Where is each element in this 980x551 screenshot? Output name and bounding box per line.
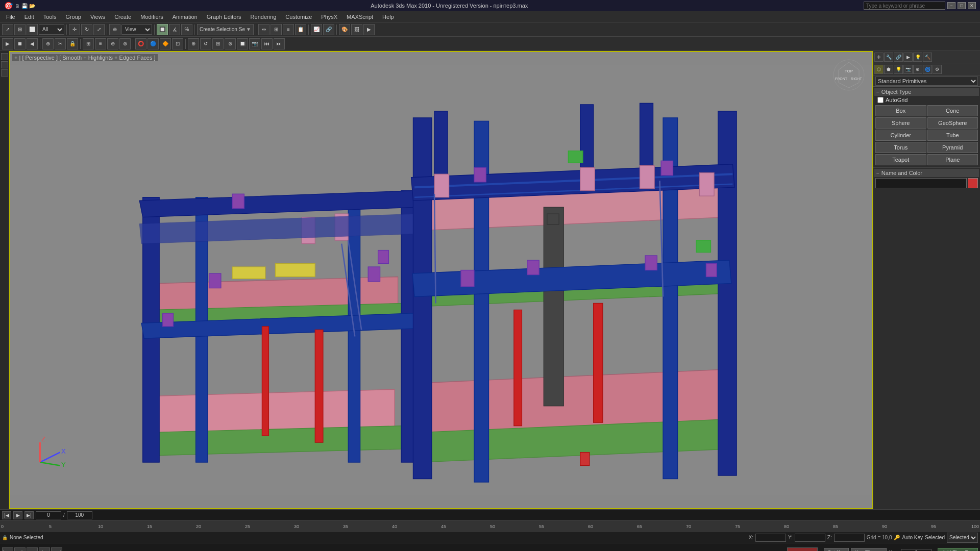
move-tool[interactable]: ✛ (69, 24, 80, 35)
viewport[interactable]: + | [ Perspective ] [ Smooth + Highlight… (9, 51, 873, 509)
align-tool[interactable]: ≡ (283, 24, 294, 35)
snaps-toggle[interactable]: 🔲 (157, 24, 168, 35)
cone-button[interactable]: Cone (927, 105, 978, 116)
color-swatch[interactable] (968, 178, 978, 188)
reference-coord[interactable]: View (121, 24, 152, 35)
pyramid-button[interactable]: Pyramid (927, 142, 978, 153)
x-coord[interactable] (755, 534, 786, 542)
key-time-input[interactable] (901, 549, 932, 552)
left-btn-1[interactable] (1, 53, 8, 60)
create-icon[interactable]: ✛ (874, 53, 884, 62)
tb2-btn4[interactable]: ⊕ (42, 38, 54, 49)
cylinder-button[interactable]: Cylinder (875, 130, 926, 141)
add-time-tag-button[interactable]: Add Time Tag (938, 548, 978, 552)
torus-button[interactable]: Torus (875, 142, 926, 153)
tb2-btn5[interactable]: ✂ (55, 38, 66, 49)
sphere-button[interactable]: Sphere (875, 117, 926, 129)
filter-dropdown[interactable]: All (39, 24, 64, 35)
menu-create[interactable]: Create (110, 13, 135, 21)
angle-snap[interactable]: ∡ (169, 24, 180, 35)
tb2-btn21[interactable]: ⏮ (261, 38, 273, 49)
tb2-btn8[interactable]: ≡ (95, 38, 106, 49)
y-coord[interactable] (795, 534, 825, 542)
go-start-btn[interactable]: |◀◀ (2, 547, 13, 552)
tb2-btn12[interactable]: 🔵 (148, 38, 159, 49)
menu-group[interactable]: Group (61, 13, 85, 21)
key-filters-button[interactable]: Key Filters... (851, 548, 887, 552)
close-button[interactable]: ✕ (968, 2, 976, 9)
render-button[interactable]: ▶ (363, 24, 375, 35)
menu-modifiers[interactable]: Modifiers (136, 13, 167, 21)
prev-key-btn[interactable]: ◀| (14, 547, 26, 552)
menu-maxscript[interactable]: MAXScript (342, 13, 377, 21)
modify-icon[interactable]: 🔧 (884, 53, 893, 62)
teapot-button[interactable]: Teapot (875, 154, 926, 165)
tb2-btn11[interactable]: ⭕ (135, 38, 146, 49)
play-btn[interactable]: ▶ (13, 511, 22, 519)
maximize-button[interactable]: □ (958, 2, 966, 9)
tb2-btn17[interactable]: ⊞ (212, 38, 224, 49)
search-input[interactable] (864, 2, 945, 10)
cameras-icon[interactable]: 📷 (903, 65, 913, 74)
tb2-btn6[interactable]: 🔒 (67, 38, 78, 49)
material-editor[interactable]: 🎨 (339, 24, 350, 35)
left-btn-3[interactable] (1, 69, 8, 77)
geometry-icon[interactable]: ⬡ (874, 65, 884, 74)
shapes-icon[interactable]: ⬟ (884, 65, 893, 74)
plane-button[interactable]: Plane (927, 154, 978, 165)
tb2-btn10[interactable]: ⊗ (119, 38, 131, 49)
auto-key-button[interactable]: Auto Key (787, 547, 818, 552)
tb2-btn7[interactable]: ⊞ (83, 38, 94, 49)
play-anim-btn[interactable]: ▶ (27, 547, 38, 552)
geosphere-button[interactable]: GeoSphere (927, 117, 978, 129)
select-by-name[interactable]: ⊞ (14, 24, 26, 35)
tb2-btn15[interactable]: ⊕ (188, 38, 199, 49)
next-frame-btn[interactable]: ▶| (24, 511, 34, 519)
tb2-btn19[interactable]: 🔲 (237, 38, 248, 49)
tb2-btn9[interactable]: ⊕ (107, 38, 118, 49)
percent-snap[interactable]: % (181, 24, 192, 35)
systems-icon[interactable]: ⚙ (933, 65, 942, 74)
tb2-btn14[interactable]: ⊡ (172, 38, 183, 49)
menu-animation[interactable]: Animation (168, 13, 202, 21)
select-tool[interactable]: ↗ (2, 24, 13, 35)
menu-help[interactable]: Help (378, 13, 398, 21)
prev-frame-btn[interactable]: |◀ (2, 511, 11, 519)
object-type-header[interactable]: − Object Type (874, 88, 979, 96)
object-name-input[interactable] (875, 178, 967, 188)
box-button[interactable]: Box (875, 105, 926, 116)
primitive-type-dropdown[interactable]: Standard Primitives (873, 76, 980, 87)
selected-dropdown[interactable]: Selected (947, 533, 978, 543)
create-selection-set[interactable]: Create Selection Se ▼ (197, 24, 254, 35)
menu-views[interactable]: Views (86, 13, 109, 21)
autogrid-checkbox[interactable] (877, 97, 884, 103)
use-pivot[interactable]: ⊕ (109, 24, 120, 35)
curve-editor[interactable]: 📈 (311, 24, 322, 35)
go-end-btn[interactable]: ▶▶| (51, 547, 62, 552)
menu-tools[interactable]: Tools (39, 13, 61, 21)
z-coord[interactable] (834, 534, 865, 542)
tb2-btn13[interactable]: 🔶 (160, 38, 171, 49)
menu-file[interactable]: File (2, 13, 19, 21)
current-frame-input[interactable] (36, 511, 61, 519)
tb2-btn18[interactable]: ⊗ (225, 38, 236, 49)
layer-manager[interactable]: 📋 (295, 24, 306, 35)
tb2-btn3[interactable]: ◀ (27, 38, 38, 49)
tb2-btn20[interactable]: 📷 (249, 38, 260, 49)
tube-button[interactable]: Tube (927, 130, 978, 141)
select-region[interactable]: ⬜ (27, 24, 38, 35)
menu-graph-editors[interactable]: Graph Editors (203, 13, 246, 21)
name-color-header[interactable]: − Name and Color (874, 169, 979, 177)
display-icon[interactable]: 💡 (913, 53, 922, 62)
menu-customize[interactable]: Customize (281, 13, 316, 21)
primitive-select[interactable]: Standard Primitives (875, 77, 978, 86)
mirror-tool[interactable]: ⇔ (258, 24, 270, 35)
render-setup[interactable]: 🖼 (351, 24, 362, 35)
motion-icon[interactable]: ▶ (903, 53, 913, 62)
total-frames-input[interactable] (67, 511, 92, 519)
array-tool[interactable]: ⊞ (271, 24, 282, 35)
spacewarps-icon[interactable]: 🌀 (923, 65, 932, 74)
schematic-view[interactable]: 🔗 (323, 24, 334, 35)
scale-tool[interactable]: ⤢ (93, 24, 105, 35)
menu-edit[interactable]: Edit (20, 13, 38, 21)
